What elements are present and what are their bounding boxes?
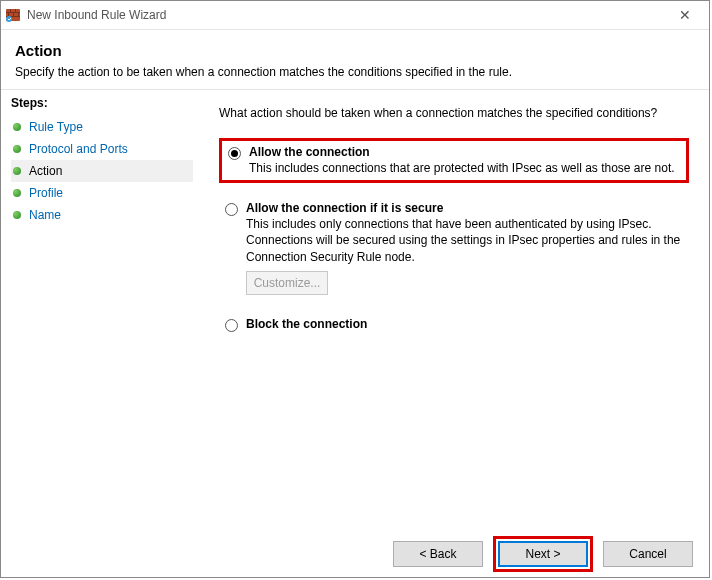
svg-rect-3 <box>10 9 11 12</box>
content-panel: What action should be taken when a conne… <box>193 90 709 531</box>
step-label: Protocol and Ports <box>29 142 128 156</box>
header-section: Action Specify the action to be taken wh… <box>1 30 709 89</box>
bullet-icon <box>13 123 21 131</box>
body-section: Steps: Rule Type Protocol and Ports Acti… <box>1 89 709 531</box>
footer: < Back Next > Cancel <box>1 531 709 577</box>
cancel-button[interactable]: Cancel <box>603 541 693 567</box>
option-block-connection[interactable]: Block the connection <box>219 313 689 336</box>
option-allow-secure[interactable]: Allow the connection if it is secure Thi… <box>219 197 689 299</box>
step-label: Action <box>29 164 62 178</box>
action-options: Allow the connection This includes conne… <box>219 138 689 336</box>
back-button[interactable]: < Back <box>393 541 483 567</box>
option-desc: This includes connections that are prote… <box>249 160 680 176</box>
step-label: Profile <box>29 186 63 200</box>
option-title: Block the connection <box>246 317 367 331</box>
svg-rect-1 <box>6 12 20 13</box>
svg-rect-7 <box>18 13 19 16</box>
step-rule-type[interactable]: Rule Type <box>11 116 193 138</box>
firewall-icon <box>5 7 21 23</box>
steps-panel: Steps: Rule Type Protocol and Ports Acti… <box>1 90 193 531</box>
step-profile[interactable]: Profile <box>11 182 193 204</box>
option-allow-connection[interactable]: Allow the connection This includes conne… <box>219 138 689 183</box>
step-action[interactable]: Action <box>11 160 193 182</box>
wizard-window: New Inbound Rule Wizard ✕ Action Specify… <box>0 0 710 578</box>
option-title: Allow the connection <box>249 145 370 159</box>
next-button[interactable]: Next > <box>498 541 588 567</box>
radio-secure[interactable] <box>225 203 238 216</box>
customize-button: Customize... <box>246 271 328 295</box>
next-button-highlight: Next > <box>493 536 593 572</box>
bullet-icon <box>13 167 21 175</box>
bullet-icon <box>13 145 21 153</box>
option-title: Allow the connection if it is secure <box>246 201 443 215</box>
close-icon[interactable]: ✕ <box>665 7 705 23</box>
titlebar: New Inbound Rule Wizard ✕ <box>1 1 709 30</box>
page-title: Action <box>15 42 695 59</box>
svg-rect-5 <box>8 13 9 16</box>
bullet-icon <box>13 211 21 219</box>
steps-title: Steps: <box>11 96 193 110</box>
radio-allow[interactable] <box>228 147 241 160</box>
svg-point-8 <box>6 16 12 22</box>
bullet-icon <box>13 189 21 197</box>
prompt-text: What action should be taken when a conne… <box>219 106 689 120</box>
svg-rect-4 <box>15 9 16 12</box>
radio-block[interactable] <box>225 319 238 332</box>
option-desc: This includes only connections that have… <box>246 216 683 265</box>
step-label: Name <box>29 208 61 222</box>
step-protocol-ports[interactable]: Protocol and Ports <box>11 138 193 160</box>
window-title: New Inbound Rule Wizard <box>27 8 665 22</box>
page-subtitle: Specify the action to be taken when a co… <box>15 65 695 79</box>
svg-rect-6 <box>13 13 14 16</box>
step-name[interactable]: Name <box>11 204 193 226</box>
step-label: Rule Type <box>29 120 83 134</box>
